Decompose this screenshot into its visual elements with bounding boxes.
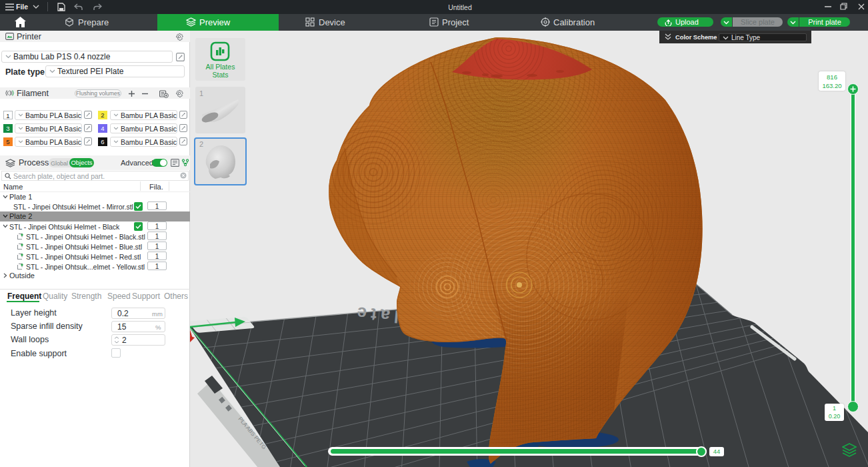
svg-text:late: late: [352, 303, 399, 327]
